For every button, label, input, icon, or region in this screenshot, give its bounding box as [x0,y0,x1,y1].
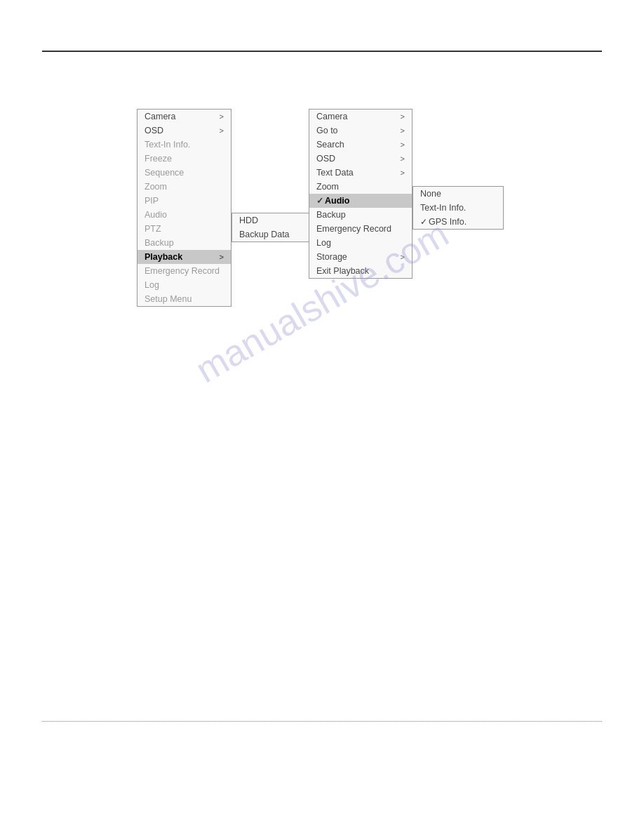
menu1-item-emergency-record[interactable]: Emergency Record [137,264,231,278]
menu-item-label: Text-In Info. [420,203,466,213]
menu-item-label: Text Data [316,168,354,178]
menu-td-item-none[interactable]: None [413,187,503,201]
menu-item-label: Log [316,238,331,248]
menu1-item-ptz[interactable]: PTZ [137,222,231,236]
menu-item-label: Log [145,280,159,290]
menu-item-label: HDD [239,216,258,225]
menu-item-label: Emergency Record [316,224,391,234]
menu1-item-backup[interactable]: Backup [137,236,231,250]
menu2-item-osd[interactable]: OSD> [309,152,412,166]
checkmark-icon: ✓ [316,196,323,206]
menu-item-label: Freeze [145,154,172,164]
menu2-item-go-to[interactable]: Go to> [309,124,412,138]
checkmark-icon: ✓ [420,217,427,227]
menu-item-label: Storage [316,252,347,262]
menu2-item-storage[interactable]: Storage> [309,250,412,264]
menu2-item-zoom[interactable]: Zoom [309,180,412,194]
submenu-arrow-icon: > [401,154,405,163]
menu2-item-search[interactable]: Search> [309,138,412,152]
bottom-divider [42,721,602,722]
menu-item-label: Sequence [145,168,184,178]
menu-item-label: Text-In Info. [145,140,190,150]
menu-td-item-gps-info.[interactable]: ✓ GPS Info. [413,215,503,229]
menu-item-label: Backup Data [239,230,290,239]
submenu-arrow-icon: > [401,112,405,121]
menu2-item-exit-playback[interactable]: Exit Playback [309,264,412,278]
menu-item-label: PTZ [145,224,161,234]
menu2-item-emergency-record[interactable]: Emergency Record [309,222,412,236]
menu-textdata: NoneText-In Info.✓ GPS Info. [412,186,504,230]
menu1-item-osd[interactable]: OSD> [137,124,231,138]
menu-td-item-text-in-info.[interactable]: Text-In Info. [413,201,503,215]
menu-item-label: OSD [145,126,163,135]
menu2-item-camera[interactable]: Camera> [309,110,412,124]
menu1-item-log[interactable]: Log [137,278,231,292]
menu-item-label: None [420,189,441,199]
menu-item-label: GPS Info. [429,217,467,227]
menu2-item-audio[interactable]: ✓ Audio [309,194,412,208]
menu2-item-log[interactable]: Log [309,236,412,250]
menu1-item-playback[interactable]: Playback> [137,250,231,264]
menu-item-label: Exit Playback [316,266,369,276]
menu-item-label: Emergency Record [145,266,220,276]
menu-item-label: Zoom [316,182,339,192]
menu1-item-audio[interactable]: Audio [137,208,231,222]
menu-item-label: Audio [145,210,167,220]
menu-item-label: Backup [316,210,346,220]
submenu-arrow-icon: > [401,253,405,261]
menu1-item-text-in-info.[interactable]: Text-In Info. [137,138,231,152]
menu1-item-sequence[interactable]: Sequence [137,166,231,180]
menu-item-label: Zoom [145,182,167,192]
menu-item-label: Setup Menu [145,294,192,304]
menu1: Camera>OSD>Text-In Info.FreezeSequenceZo… [137,109,232,307]
submenu-arrow-icon: > [220,126,224,135]
menu-item-label: Go to [316,126,338,135]
menu-item-label: OSD [316,154,335,164]
menu-item-label: PIP [145,196,159,206]
menu-item-label: Playback [145,252,182,262]
menu1-item-camera[interactable]: Camera> [137,110,231,124]
menu-item-label: Camera [316,112,347,121]
submenu-arrow-icon: > [401,168,405,177]
submenu-arrow-icon: > [401,126,405,135]
menu2-container: Camera>Go to>Search>OSD>Text Data>Zoom✓ … [309,109,412,279]
top-divider [42,51,602,52]
menu1-item-setup-menu[interactable]: Setup Menu [137,292,231,306]
submenu-arrow-icon: > [401,140,405,149]
menu1-container: Camera>OSD>Text-In Info.FreezeSequenceZo… [137,109,232,307]
menu-item-label: Camera [145,112,175,121]
menu2-item-backup[interactable]: Backup [309,208,412,222]
menu1-item-freeze[interactable]: Freeze [137,152,231,166]
menu1-item-zoom[interactable]: Zoom [137,180,231,194]
menu-item-label: Backup [145,238,174,248]
menu-item-label: Search [316,140,344,150]
menu2-item-text-data[interactable]: Text Data> [309,166,412,180]
submenu-arrow-icon: > [220,253,224,261]
menu1-item-pip[interactable]: PIP [137,194,231,208]
menu-item-label: Audio [325,196,349,206]
menu2: Camera>Go to>Search>OSD>Text Data>Zoom✓ … [309,109,412,279]
submenu-arrow-icon: > [220,112,224,121]
menu-textdata-container: NoneText-In Info.✓ GPS Info. [412,186,504,230]
